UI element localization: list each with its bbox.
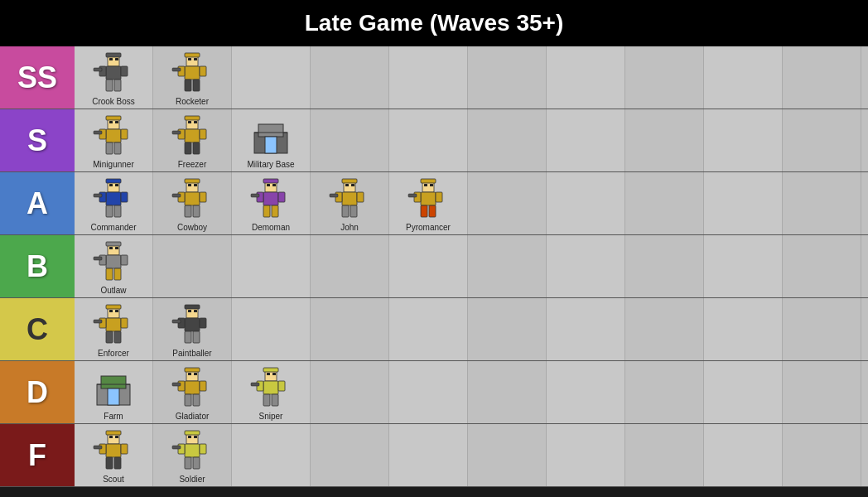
svg-rect-50 bbox=[121, 192, 128, 202]
tier-row-f: F Scout bbox=[0, 424, 868, 487]
svg-rect-18 bbox=[193, 80, 200, 91]
svg-rect-6 bbox=[121, 66, 128, 76]
svg-rect-159 bbox=[188, 436, 191, 438]
tier-content-ss: Crook Boss Rocketer bbox=[75, 46, 868, 109]
svg-rect-103 bbox=[94, 257, 102, 260]
char-name-paintballer: Paintballer bbox=[172, 349, 211, 358]
tier-cell-f-7 bbox=[625, 424, 704, 486]
char-img-scout bbox=[91, 430, 137, 473]
svg-rect-155 bbox=[106, 457, 113, 469]
svg-rect-29 bbox=[94, 131, 102, 134]
tier-cell-s-1: Freezer bbox=[153, 109, 232, 171]
svg-rect-82 bbox=[350, 205, 357, 217]
tier-cell-f-9 bbox=[783, 424, 861, 486]
tier-cell-d-5 bbox=[468, 361, 547, 423]
char-img-farm bbox=[91, 367, 137, 410]
char-name-sniper: Sniper bbox=[259, 412, 283, 421]
svg-rect-156 bbox=[114, 457, 121, 469]
svg-rect-145 bbox=[263, 394, 270, 406]
tier-cell-ss-4 bbox=[389, 46, 468, 109]
svg-rect-63 bbox=[172, 194, 181, 197]
tier-cell-d-6 bbox=[547, 361, 625, 423]
char-img-sniper bbox=[248, 367, 294, 410]
char-img-pyromancer bbox=[406, 178, 451, 221]
svg-rect-164 bbox=[200, 444, 206, 454]
tier-cell-d-7 bbox=[625, 361, 704, 423]
tier-cell-c-2 bbox=[232, 298, 311, 360]
svg-rect-62 bbox=[193, 205, 200, 217]
tier-cell-d-8 bbox=[704, 361, 783, 423]
tier-row-c: C Enforcer bbox=[0, 298, 868, 361]
svg-rect-136 bbox=[193, 394, 200, 406]
char-img-demoman bbox=[248, 178, 294, 221]
char-name-freezer: Freezer bbox=[178, 160, 206, 169]
char-name-military-base: Military Base bbox=[247, 160, 294, 169]
svg-rect-26 bbox=[121, 129, 128, 139]
svg-rect-126 bbox=[108, 388, 119, 405]
tier-cell-s-4 bbox=[389, 109, 468, 171]
tier-content-a: Commander Cowboy bbox=[75, 172, 868, 234]
tier-list: SS Crook Boss bbox=[0, 46, 868, 487]
svg-rect-125 bbox=[101, 376, 126, 388]
tier-cell-c-3 bbox=[311, 298, 389, 360]
tier-cell-b-6 bbox=[547, 235, 625, 297]
tier-cell-a-4: Pyromancer bbox=[389, 172, 468, 234]
char-img-paintballer bbox=[170, 304, 215, 347]
svg-rect-88 bbox=[421, 192, 436, 205]
svg-rect-34 bbox=[185, 129, 200, 142]
svg-rect-149 bbox=[109, 436, 113, 438]
svg-rect-151 bbox=[106, 431, 121, 435]
tier-cell-c-0: Enforcer bbox=[75, 298, 153, 360]
svg-rect-31 bbox=[188, 121, 191, 123]
svg-rect-150 bbox=[115, 436, 118, 438]
tier-cell-s-0: Minigunner bbox=[75, 109, 153, 171]
svg-rect-19 bbox=[172, 68, 181, 71]
tier-label-f: F bbox=[0, 424, 75, 486]
svg-rect-73 bbox=[251, 194, 259, 197]
char-name-gladiator: Gladiator bbox=[176, 412, 210, 421]
tier-cell-c-9 bbox=[783, 298, 861, 360]
svg-rect-107 bbox=[106, 305, 121, 309]
tier-cell-a-5 bbox=[468, 172, 547, 234]
char-name-soldier: Soldier bbox=[179, 475, 205, 484]
svg-rect-57 bbox=[185, 179, 200, 183]
svg-rect-3 bbox=[106, 53, 121, 57]
tier-row-a: A Commander bbox=[0, 172, 868, 235]
svg-rect-121 bbox=[185, 331, 191, 343]
svg-rect-131 bbox=[185, 368, 200, 372]
tier-cell-s-3 bbox=[311, 109, 389, 171]
tier-cell-f-1: Soldier bbox=[153, 424, 232, 486]
tier-cell-s-7 bbox=[625, 109, 704, 171]
svg-rect-105 bbox=[109, 310, 113, 312]
page-title: Late Game (Waves 35+) bbox=[305, 10, 564, 36]
svg-rect-165 bbox=[185, 457, 191, 469]
tier-content-d: Farm Gladiator bbox=[75, 361, 868, 423]
svg-rect-14 bbox=[185, 66, 200, 80]
tier-cell-s-6 bbox=[547, 109, 625, 171]
svg-rect-21 bbox=[109, 121, 113, 123]
svg-rect-17 bbox=[185, 80, 191, 91]
svg-rect-132 bbox=[185, 381, 200, 394]
tier-cell-c-4 bbox=[389, 298, 468, 360]
svg-rect-93 bbox=[408, 194, 417, 197]
char-img-minigunner bbox=[91, 115, 137, 158]
svg-rect-139 bbox=[267, 373, 270, 375]
tier-cell-f-4 bbox=[389, 424, 468, 486]
svg-rect-141 bbox=[263, 368, 278, 372]
svg-rect-96 bbox=[115, 247, 118, 249]
svg-rect-134 bbox=[200, 381, 206, 391]
tier-cell-d-2: Sniper bbox=[232, 361, 311, 423]
tier-cell-f-0: Scout bbox=[75, 424, 153, 486]
svg-rect-27 bbox=[106, 142, 113, 154]
svg-rect-101 bbox=[106, 268, 113, 280]
tier-label-a: A bbox=[0, 172, 75, 234]
tier-cell-ss-7 bbox=[625, 46, 704, 109]
svg-rect-11 bbox=[188, 58, 191, 60]
tier-cell-a-8 bbox=[704, 172, 783, 234]
svg-rect-129 bbox=[188, 373, 191, 375]
svg-rect-81 bbox=[342, 205, 349, 217]
svg-rect-67 bbox=[263, 179, 278, 183]
tier-cell-s-8 bbox=[704, 109, 783, 171]
tier-cell-ss-6 bbox=[547, 46, 625, 109]
char-img-commander bbox=[91, 178, 137, 221]
